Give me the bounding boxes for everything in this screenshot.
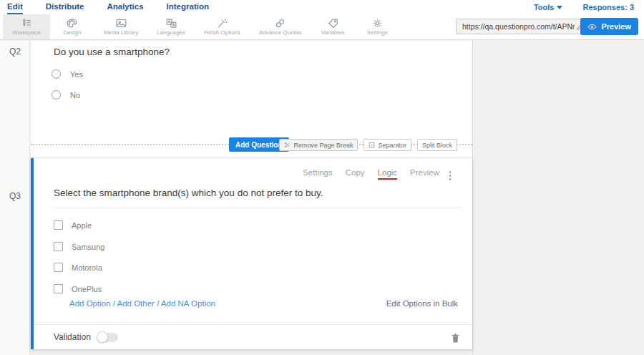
q3-option-samsung[interactable]: Samsung [54, 242, 104, 251]
q3-validation-bar: Validation [34, 324, 472, 349]
radio-unchecked-icon[interactable] [52, 69, 61, 79]
tab-distribute[interactable]: Distribute [46, 0, 84, 14]
toolbar-item-workspace[interactable]: Workspace [3, 14, 50, 39]
toolbar-item-finish-options[interactable]: Finish Options [195, 14, 250, 39]
top-nav-right: Tools Responses: 3 [534, 3, 644, 11]
validation-label: Validation [54, 332, 91, 342]
caret-down-icon [557, 6, 562, 9]
page-break-row: Add Question Remove Page Break Separator… [31, 137, 472, 152]
q3-option-label: OnePlus [72, 285, 102, 293]
q2-number-label: Q2 [9, 47, 21, 57]
question-number-sidebar: Q2 Q3 [0, 41, 30, 355]
q3-option-label: Apple [72, 221, 92, 230]
workspace-icon [20, 18, 32, 29]
survey-url-input[interactable] [457, 22, 576, 31]
tab-integration[interactable]: Integration [167, 0, 209, 14]
toolbar-item-label: Variables [321, 29, 345, 36]
tools-label: Tools [534, 3, 555, 11]
media-library-icon [115, 18, 127, 29]
advance-quotas-icon [274, 18, 286, 29]
q2-option-label: Yes [70, 70, 83, 79]
q3-number-label: Q3 [9, 191, 21, 201]
add-option-link[interactable]: Add Option [69, 299, 111, 308]
trash-icon [451, 333, 460, 344]
toolbar-item-variables[interactable]: Variables [311, 14, 355, 39]
toolbar-item-label: Settings [367, 29, 388, 36]
scissors-icon [284, 142, 291, 148]
languages-icon [165, 18, 177, 29]
q3-option-apple[interactable]: Apple [54, 220, 92, 230]
toolbar-item-label: Workspace [12, 29, 41, 36]
toolbar-item-label: Advance Quotas [259, 29, 301, 36]
top-nav-bar: Edit Distribute Analytics Integration To… [0, 0, 644, 14]
toolbar-item-label: Finish Options [204, 29, 240, 36]
add-other-link[interactable]: Add Other [117, 299, 155, 308]
toolbar-item-media-library[interactable]: Media Library [94, 14, 147, 39]
preview-button[interactable]: Preview [580, 18, 638, 35]
remove-page-break-button[interactable]: Remove Page Break [279, 139, 358, 151]
toolbar-item-settings[interactable]: Settings [355, 14, 399, 39]
toggle-knob[interactable] [97, 331, 108, 343]
tab-edit[interactable]: Edit [7, 0, 23, 14]
q2-option-no[interactable]: No [52, 90, 80, 99]
separator-button[interactable]: Separator [364, 139, 411, 151]
toolbar-item-advance-quotas[interactable]: Advance Quotas [250, 14, 311, 39]
edit-options-in-bulk-link[interactable]: Edit Options in Bulk [386, 299, 458, 308]
q3-option-label: Samsung [72, 243, 104, 251]
q3-option-motorola[interactable]: Motorola [54, 263, 102, 272]
toolbar-item-languages[interactable]: Languages [147, 14, 195, 39]
separator-label: Separator [378, 142, 406, 149]
checkbox-unchecked-icon[interactable] [54, 220, 63, 230]
content-right-divider [472, 41, 473, 355]
q2-option-yes[interactable]: Yes [52, 69, 83, 79]
q3-actions-row: Settings Copy Logic Preview [303, 168, 439, 180]
split-block-label: Split Block [422, 142, 452, 149]
split-block-button[interactable]: Split Block [417, 139, 457, 151]
preview-button-label: Preview [601, 22, 631, 31]
checkbox-unchecked-icon[interactable] [54, 284, 63, 293]
checkbox-unchecked-icon[interactable] [54, 242, 63, 251]
checkbox-checked-icon [369, 142, 375, 148]
q3-action-copy[interactable]: Copy [346, 168, 365, 178]
q3-option-oneplus[interactable]: OnePlus [54, 284, 102, 293]
q3-add-links: Add Option / Add Other / Add NA Option [69, 299, 215, 308]
radio-unchecked-icon[interactable] [52, 90, 61, 99]
page-break-actions: Remove Page Break Separator Split Block [279, 139, 457, 151]
tab-analytics[interactable]: Analytics [107, 0, 143, 14]
question-q3-block[interactable]: Settings Copy Logic Preview Select the s… [31, 158, 472, 349]
finish-options-icon [216, 18, 228, 29]
q3-more-options-kebab-icon[interactable] [448, 170, 453, 182]
validation-toggle[interactable] [97, 333, 118, 342]
toolbar-item-label: Design [63, 29, 81, 36]
q3-action-logic[interactable]: Logic [378, 168, 398, 180]
remove-page-break-label: Remove Page Break [293, 142, 353, 149]
eye-icon [587, 23, 597, 31]
q2-question-text[interactable]: Do you use a smartphone? [54, 47, 170, 57]
tools-menu[interactable]: Tools [534, 3, 563, 11]
design-icon [66, 18, 78, 29]
toolbar-item-label: Media Library [104, 29, 138, 36]
survey-url-field [456, 19, 589, 34]
settings-icon [371, 18, 384, 29]
q3-question-text[interactable]: Select the smartphone brand(s) which you… [54, 188, 323, 198]
variables-icon [327, 18, 339, 29]
top-nav-tabs: Edit Distribute Analytics Integration [0, 0, 209, 14]
add-na-option-link[interactable]: Add NA Option [161, 299, 215, 308]
q3-option-label: Motorola [72, 263, 102, 272]
q3-action-settings[interactable]: Settings [303, 168, 333, 178]
q3-question-underline [54, 208, 461, 208]
q3-action-preview[interactable]: Preview [410, 168, 439, 178]
toolbar-item-design[interactable]: Design [50, 14, 94, 39]
q2-option-label: No [70, 91, 80, 99]
toolbar-item-label: Languages [157, 29, 185, 36]
delete-question-button[interactable] [451, 333, 460, 346]
responses-link[interactable]: Responses: 3 [582, 3, 634, 11]
checkbox-unchecked-icon[interactable] [54, 263, 63, 272]
